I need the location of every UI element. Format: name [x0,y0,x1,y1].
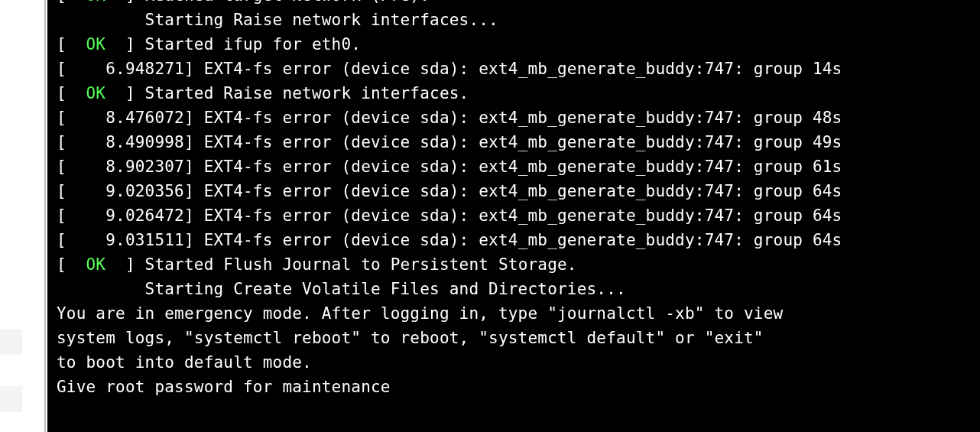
console-message: Starting Create Volatile Files and Direc… [57,280,626,298]
console-line: [ 8.490998] EXT4-fs error (device sda): … [57,130,980,154]
console-timestamp: [ 9.031511] [57,231,204,249]
console-line: [ OK ] Started Flush Journal to Persiste… [57,252,980,277]
console-message: You are in emergency mode. After logging… [57,304,783,323]
console-message: EXT4-fs error (device sda): ext4_mb_gene… [204,109,842,127]
console-line: [ OK ] Started ifup for eth0. [57,32,980,57]
console-line: [ OK ] Started Raise network interfaces. [57,81,980,106]
console-line: [ 9.031511] EXT4-fs error (device sda): … [57,228,980,252]
console-message: Started ifup for eth0. [145,35,362,54]
page-margin-stripe [0,386,22,412]
console-timestamp: [ 9.026472] [57,206,204,225]
console-line: [ 9.020356] EXT4-fs error (device sda): … [57,179,980,203]
console-message: Starting Raise network interfaces... [57,11,498,29]
console-message: system logs, "systemctl reboot" to reboo… [57,329,764,347]
console-message: EXT4-fs error (device sda): ext4_mb_gene… [204,206,842,225]
console-timestamp: [ 8.902307] [57,158,204,176]
console-line: system logs, "systemctl reboot" to reboo… [57,326,980,350]
console-line: Give root password for maintenance [57,375,980,399]
console-line: You are in emergency mode. After logging… [57,301,980,326]
console-message: to boot into default mode. [57,353,312,372]
console-timestamp: [ 9.020356] [57,182,204,200]
page-margin-stripe [0,329,22,355]
console-timestamp: [ 6.948271] [57,60,204,78]
console-line: [ 8.902307] EXT4-fs error (device sda): … [57,154,980,179]
console-message: EXT4-fs error (device sda): ext4_mb_gene… [204,133,842,151]
console-timestamp: [ 8.490998] [57,133,204,151]
console-line: [ 8.476072] EXT4-fs error (device sda): … [57,106,980,130]
console-message: Reached target Network (Pre). [145,0,430,5]
console-line: [ 9.026472] EXT4-fs error (device sda): … [57,203,980,228]
console-line: Starting Create Volatile Files and Direc… [57,277,980,301]
console-timestamp: [ 8.476072] [57,109,204,127]
console-message: EXT4-fs error (device sda): ext4_mb_gene… [204,60,842,78]
console-message: Started Raise network interfaces. [145,84,469,102]
console-line: Starting Raise network interfaces... [57,8,980,32]
terminal-console: [ OK ] Reached target Network (Pre). Sta… [47,0,980,432]
console-message: EXT4-fs error (device sda): ext4_mb_gene… [204,231,842,249]
console-line: to boot into default mode. [57,350,980,375]
terminal-frame: [ OK ] Reached target Network (Pre). Sta… [44,0,980,432]
console-message: EXT4-fs error (device sda): ext4_mb_gene… [204,158,842,176]
console-message: Give root password for maintenance [57,378,391,396]
page-margin-left [0,0,44,432]
console-message: EXT4-fs error (device sda): ext4_mb_gene… [204,182,842,200]
console-message: Started Flush Journal to Persistent Stor… [145,255,577,274]
console-line: [ 6.948271] EXT4-fs error (device sda): … [57,57,980,81]
console-line: [ OK ] Reached target Network (Pre). [57,0,980,8]
